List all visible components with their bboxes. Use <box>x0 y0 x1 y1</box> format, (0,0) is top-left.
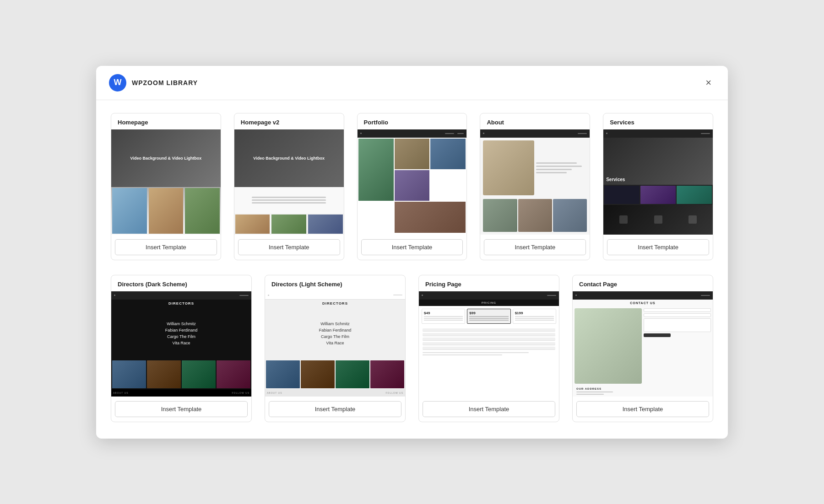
template-title-homepage-v2: Homepage v2 <box>234 113 344 129</box>
brand-title: WPZOOM LIBRARY <box>132 79 198 86</box>
dir-dark-name-3: Cargo The Film <box>119 334 244 339</box>
template-card-directors-light: Directors (Light Scheme) DIRECTORS Willi… <box>265 275 406 422</box>
insert-button-homepage-v2[interactable]: Insert Template <box>238 239 340 255</box>
template-preview-pricing: PRICING $49 $99 <box>419 291 559 397</box>
templates-row-1: Homepage Video Background & Video Lightb… <box>111 113 713 260</box>
template-card-services: Services Services <box>603 113 713 260</box>
close-button[interactable]: × <box>702 76 715 90</box>
insert-button-directors-light[interactable]: Insert Template <box>269 401 401 417</box>
insert-button-directors-dark[interactable]: Insert Template <box>115 401 248 417</box>
template-card-pricing: Pricing Page PRICING $49 <box>418 275 559 422</box>
dir-dark-name-1: William Schmitz <box>119 322 244 326</box>
template-preview-homepage-v2: Video Background & Video Lightbox <box>234 129 344 235</box>
modal-header: W WPZOOM LIBRARY × <box>96 66 728 100</box>
template-preview-directors-dark: DIRECTORS William Schmitz Fabian Ferdina… <box>111 291 251 397</box>
pricing-label-3: $199 <box>515 311 554 315</box>
insert-button-services[interactable]: Insert Template <box>607 239 709 255</box>
insert-button-portfolio[interactable]: Insert Template <box>361 239 463 255</box>
template-preview-about <box>480 129 590 235</box>
template-title-homepage: Homepage <box>111 113 221 129</box>
template-title-pricing: Pricing Page <box>419 275 559 291</box>
template-title-services: Services <box>603 113 713 129</box>
pricing-label-2: $99 <box>469 311 508 315</box>
template-title-contact: Contact Page <box>573 275 713 291</box>
insert-button-pricing[interactable]: Insert Template <box>423 401 555 417</box>
dir-light-name-4: Vita Race <box>272 341 398 345</box>
dir-light-name-1: William Schmitz <box>272 322 398 326</box>
dir-light-name-3: Cargo The Film <box>272 334 398 339</box>
insert-button-homepage[interactable]: Insert Template <box>115 239 217 255</box>
template-preview-portfolio <box>358 129 467 235</box>
template-preview-services: Services <box>603 129 713 235</box>
insert-button-contact[interactable]: Insert Template <box>576 401 709 417</box>
template-card-contact: Contact Page CONTACT US <box>572 275 713 422</box>
template-card-homepage: Homepage Video Background & Video Lightb… <box>111 113 221 260</box>
modal-body: Homepage Video Background & Video Lightb… <box>96 100 728 439</box>
template-title-directors-light: Directors (Light Scheme) <box>265 275 405 291</box>
wpzoom-library-modal: W WPZOOM LIBRARY × Homepage Video Backgr… <box>96 66 728 439</box>
dir-dark-name-4: Vita Race <box>119 341 244 345</box>
template-title-portfolio: Portfolio <box>358 113 467 129</box>
dir-light-name-2: Fabian Ferdinand <box>272 328 398 332</box>
dir-dark-name-2: Fabian Ferdinand <box>119 328 244 332</box>
template-card-portfolio: Portfolio <box>357 113 467 260</box>
pricing-label-1: $49 <box>424 311 463 315</box>
template-card-about: About <box>480 113 590 260</box>
template-card-directors-dark: Directors (Dark Scheme) DIRECTORS Willia… <box>111 275 252 422</box>
template-title-directors-dark: Directors (Dark Scheme) <box>111 275 251 291</box>
template-title-about: About <box>480 113 590 129</box>
template-preview-directors-light: DIRECTORS William Schmitz Fabian Ferdina… <box>265 291 405 397</box>
template-preview-homepage: Video Background & Video Lightbox <box>111 129 221 235</box>
brand-logo: W <box>109 74 126 91</box>
insert-button-about[interactable]: Insert Template <box>484 239 586 255</box>
brand-area: W WPZOOM LIBRARY <box>109 74 198 91</box>
templates-row-2: Directors (Dark Scheme) DIRECTORS Willia… <box>111 275 713 422</box>
template-preview-contact: CONTACT US OUR ADDRESS <box>573 291 713 397</box>
template-card-homepage-v2: Homepage v2 Video Background & Video Lig… <box>234 113 344 260</box>
